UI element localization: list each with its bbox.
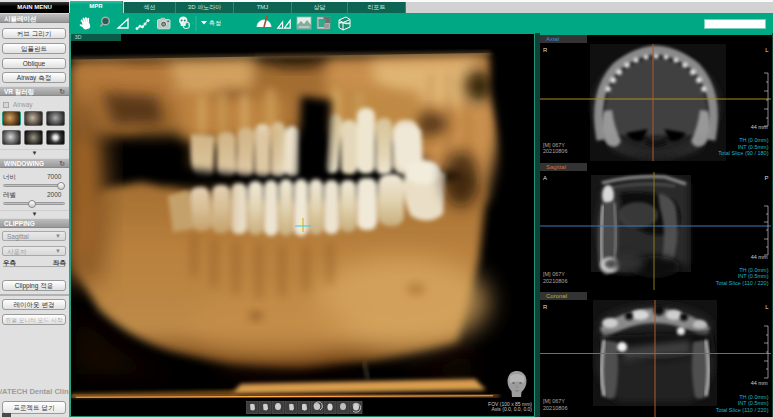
svg-text:측정: 측정 [209, 20, 221, 27]
